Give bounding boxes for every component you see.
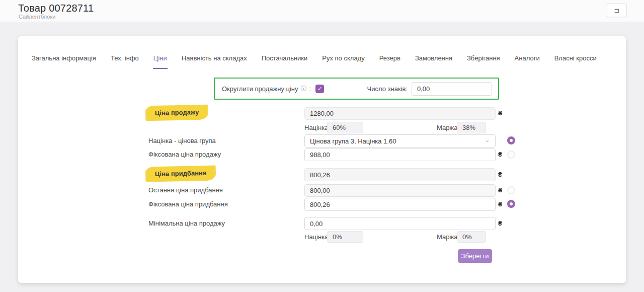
tab-bar: Загальна інформація Тех. інфо Ціни Наявн… [31, 51, 616, 69]
fixed-sale-input[interactable] [304, 149, 496, 161]
rounding-colon: : [309, 85, 311, 93]
tab-general-info[interactable]: Загальна інформація [31, 51, 97, 69]
save-button[interactable]: Зберегти [458, 249, 492, 263]
currency-icon: ₴ [498, 107, 505, 120]
fixed-sale-radio[interactable] [507, 151, 515, 159]
digits-group: Число знаків: [367, 82, 492, 96]
fixed-purchase-radio[interactable] [507, 200, 515, 208]
min-sale-label: Мінімальна ціна продажу [148, 217, 225, 230]
min-margin-input[interactable] [457, 231, 486, 243]
info-icon[interactable]: ⓘ [301, 85, 307, 93]
purchase-price-highlight-label: Ціна придбання [147, 166, 215, 182]
page-subtitle: Сайлентблоки [19, 14, 55, 20]
tab-suppliers[interactable]: Постачальники [261, 51, 308, 69]
tab-own-crosses[interactable]: Власні кросси [554, 51, 597, 69]
collapse-button[interactable]: ⊐ [607, 3, 627, 17]
check-icon: ✓ [317, 86, 322, 92]
sale-price-highlight-label: Ціна продажу [147, 105, 207, 120]
tab-stock-movement[interactable]: Рух по складу [321, 51, 365, 69]
purchase-price-input[interactable] [304, 168, 496, 181]
chevron-down-icon: ⌄ [485, 136, 490, 143]
tab-tech-info[interactable]: Тех. інфо [110, 51, 139, 69]
sale-margin-label: Маржа [437, 122, 457, 133]
tab-stock-availability[interactable]: Наявність на складах [181, 51, 248, 69]
tab-reserve[interactable]: Резерв [379, 51, 401, 69]
price-group-label: Націнка - цінова група [148, 135, 216, 147]
sale-markup-label: Націнка [304, 122, 328, 133]
fixed-sale-label: Фіксована ціна продажу [148, 149, 221, 161]
page-title: Товар 00728711 [18, 3, 94, 14]
last-purchase-radio[interactable] [507, 186, 515, 194]
price-group-select[interactable]: Цінова група 3, Націнка 1.60 ⌄ [304, 134, 496, 148]
min-markup-input[interactable] [327, 231, 363, 243]
last-purchase-input[interactable] [304, 184, 496, 197]
rounding-settings-box: Округлити продажну ціну ⓘ : ✓ Число знак… [214, 78, 499, 100]
currency-icon: ₴ [498, 198, 505, 211]
min-markup-label: Націнка [304, 231, 328, 243]
last-purchase-label: Остання ціна придбання [148, 184, 223, 196]
sale-price-input[interactable] [304, 107, 496, 120]
currency-icon: ₴ [498, 217, 505, 230]
sale-margin-input[interactable] [457, 122, 486, 133]
currency-icon: ₴ [498, 184, 505, 197]
fixed-purchase-input[interactable] [304, 198, 496, 211]
min-margin-label: Маржа [437, 231, 457, 243]
product-card: Загальна інформація Тех. інфо Ціни Наявн… [18, 36, 626, 283]
price-group-selected-value: Цінова група 3, Націнка 1.60 [310, 137, 396, 145]
rounding-label: Округлити продажну ціну [222, 85, 298, 93]
rounding-checkbox[interactable]: ✓ [315, 85, 324, 93]
collapse-icon: ⊐ [614, 7, 620, 14]
currency-icon: ₴ [498, 169, 505, 181]
tab-storage[interactable]: Зберігання [466, 51, 501, 69]
sale-markup-input[interactable] [327, 122, 363, 133]
tab-analogs[interactable]: Аналоги [514, 51, 540, 69]
min-sale-input[interactable] [304, 217, 496, 230]
digits-label: Число знаків: [367, 85, 408, 93]
tab-orders[interactable]: Замовлення [415, 51, 453, 69]
fixed-purchase-label: Фіксована ціна придбання [148, 198, 228, 210]
top-bar: Товар 00728711 Сайлентблоки ⊐ [0, 0, 644, 22]
currency-icon: ₴ [498, 149, 505, 161]
digits-input[interactable] [412, 82, 492, 96]
tab-prices[interactable]: Ціни [153, 51, 168, 69]
rounding-toggle-group: Округлити продажну ціну ⓘ : ✓ [222, 85, 324, 93]
price-group-radio[interactable] [507, 136, 515, 144]
